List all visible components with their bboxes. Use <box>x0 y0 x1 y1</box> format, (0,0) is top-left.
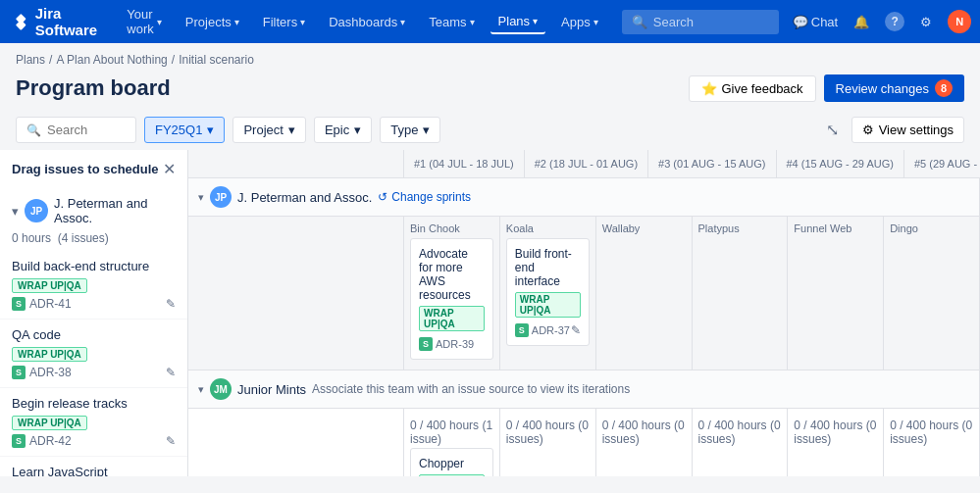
page-header: Program board ⭐ Give feedback Review cha… <box>0 71 980 110</box>
breadcrumb-plan[interactable]: A Plan About Nothing <box>56 53 167 67</box>
edit-icon[interactable]: ✎ <box>166 297 176 311</box>
settings-button[interactable]: ⚙ <box>914 11 938 33</box>
team-name: Junior Mints <box>237 382 306 397</box>
left-panel: Drag issues to schedule ✕ ▾ JP J. Peterm… <box>0 150 188 476</box>
issue-title: Build back-end structure <box>12 259 176 273</box>
nav-plans[interactable]: Plans ▾ <box>490 10 546 34</box>
story-icon: S <box>12 434 26 448</box>
nav-teams[interactable]: Teams ▾ <box>421 11 482 33</box>
board-cell: 0 / 400 hours (0 issues) <box>693 409 789 476</box>
nav-projects[interactable]: Projects ▾ <box>178 11 247 33</box>
team-content-peterman: Bin Chook Advocate for more AWS resource… <box>188 217 980 370</box>
board-cell: Funnel Web <box>788 217 884 370</box>
app-logo[interactable]: Jira Software <box>12 5 103 38</box>
board-header-col-5: #5 (29 AUG - 12 SEP) <box>904 150 980 177</box>
toolbar-search-input[interactable] <box>47 123 126 137</box>
team-avatar: JP <box>210 186 232 208</box>
chat-button[interactable]: 💬 Chat <box>787 11 844 33</box>
feedback-button[interactable]: ⭐ Give feedback <box>689 75 816 102</box>
team-header-cell: ▾ JP J. Peterman and Assoc. ↺ Change spr… <box>188 178 980 216</box>
edit-icon[interactable]: ✎ <box>166 434 176 448</box>
toolbar-search[interactable]: 🔍 <box>16 117 136 143</box>
team-header-peterman: ▾ JP J. Peterman and Assoc. ↺ Change spr… <box>188 178 980 217</box>
issue-id: S ADR-42 <box>12 434 72 448</box>
notifications-button[interactable]: 🔔 <box>848 11 875 33</box>
issue-tile-row: S ADR-39 <box>419 337 485 351</box>
issue-id: S ADR-37 <box>515 323 570 337</box>
board-cell: 0 / 400 hours (1 issue) Chopper WRAP UP|… <box>404 409 500 476</box>
team-action-label: Associate this team with an issue source… <box>312 382 630 396</box>
jira-logo-icon <box>12 10 29 33</box>
chevron-down-icon: ▾ <box>157 17 162 27</box>
team-header-cell: ▾ JM Junior Mints Associate this team wi… <box>188 370 980 408</box>
view-settings-button[interactable]: ⚙ View settings <box>851 117 964 143</box>
board-cell: Wallaby <box>596 217 693 370</box>
hours-text: 0 / 400 hours (0 issues) <box>698 415 782 448</box>
chevron-down-icon: ▾ <box>423 123 430 137</box>
board-name-col <box>188 217 404 370</box>
bell-icon: 🔔 <box>853 15 869 29</box>
issue-card: Begin release tracks WRAP UP|QA S ADR-42… <box>0 388 187 457</box>
board-cell: Koala Build front-end interface WRAP UP|… <box>500 217 596 370</box>
avatar-button[interactable]: N <box>942 6 977 37</box>
breadcrumb-plans[interactable]: Plans <box>16 53 45 67</box>
story-icon: S <box>515 323 529 337</box>
wrap-badge: WRAP UP|QA <box>12 347 87 362</box>
collapse-arrow[interactable]: ▾ <box>198 191 204 204</box>
issue-title: QA code <box>12 327 176 342</box>
chevron-down-icon: ▾ <box>207 123 214 137</box>
edit-icon[interactable]: ✎ <box>571 323 581 337</box>
board-cell: 0 / 400 hours (0 issues) <box>500 409 596 476</box>
main-layout: Drag issues to schedule ✕ ▾ JP J. Peterm… <box>0 150 980 476</box>
nav-filters[interactable]: Filters ▾ <box>255 11 313 33</box>
user-avatar: N <box>948 10 971 33</box>
sub-team-label: Bin Chook <box>410 222 493 234</box>
team-hours: 0 hours (4 issues) <box>0 229 187 251</box>
board-cell: 0 / 400 hours (0 issues) <box>596 409 693 476</box>
collapse-arrow[interactable]: ▾ <box>198 383 204 396</box>
nav-right-actions: 💬 Chat 🔔 ? ⚙ N ⋮⋮ Create <box>787 6 980 37</box>
board-cell: Bin Chook Advocate for more AWS resource… <box>404 217 500 370</box>
collapse-button[interactable]: ▾ <box>12 204 19 219</box>
breadcrumb-scenario[interactable]: Initial scenario <box>179 53 254 67</box>
board-header-name-col <box>188 150 404 177</box>
global-search[interactable]: 🔍 <box>622 10 779 34</box>
nav-dashboards[interactable]: Dashboards ▾ <box>321 11 413 33</box>
hours-text: 0 / 400 hours (0 issues) <box>602 415 686 448</box>
epic-filter[interactable]: Epic ▾ <box>314 117 372 143</box>
edit-icon[interactable]: ✎ <box>166 366 176 379</box>
expand-button[interactable]: ⤡ <box>821 116 844 144</box>
issue-id-row: S ADR-41 ✎ <box>12 297 176 311</box>
issue-tile: Advocate for more AWS resources WRAP UP|… <box>410 238 493 360</box>
left-panel-header: Drag issues to schedule ✕ <box>0 150 187 188</box>
search-input[interactable] <box>653 15 771 29</box>
project-filter[interactable]: Project ▾ <box>232 117 305 143</box>
hours-text: 0 / 400 hours (1 issue) <box>410 415 493 448</box>
expand-icon: ⤡ <box>826 122 839 138</box>
type-filter[interactable]: Type ▾ <box>380 117 440 143</box>
issue-id-row: S ADR-42 ✎ <box>12 434 176 448</box>
nav-your-work[interactable]: Your work ▾ <box>119 3 169 40</box>
breadcrumb: Plans / A Plan About Nothing / Initial s… <box>0 43 980 71</box>
left-panel-close-button[interactable]: ✕ <box>163 160 176 178</box>
review-button[interactable]: Review changes 8 <box>824 74 964 102</box>
help-button[interactable]: ? <box>879 8 910 35</box>
nav-apps[interactable]: Apps ▾ <box>553 11 606 33</box>
chevron-down-icon: ▾ <box>400 17 405 27</box>
team-row-junior-mints: ▾ JM Junior Mints Associate this team wi… <box>188 370 980 476</box>
issue-card: QA code WRAP UP|QA S ADR-38 ✎ <box>0 320 187 388</box>
board-cell: 0 / 400 hours (0 issues) <box>884 409 980 476</box>
story-icon: S <box>12 366 26 379</box>
sub-team-label: Koala <box>506 222 590 234</box>
left-panel-title: Drag issues to schedule <box>12 162 159 176</box>
help-icon: ? <box>885 12 904 31</box>
period-selector[interactable]: FY25Q1 ▾ <box>144 117 225 143</box>
hours-text: 0 / 400 hours (0 issues) <box>794 415 877 448</box>
page-title: Program board <box>16 75 171 101</box>
chevron-down-icon: ▾ <box>288 123 295 137</box>
board-header-col-2: #2 (18 JUL - 01 AUG) <box>525 150 648 177</box>
toolbar: 🔍 FY25Q1 ▾ Project ▾ Epic ▾ Type ▾ ⤡ ⚙ V… <box>0 110 980 150</box>
change-sprints-button[interactable]: ↺ Change sprints <box>378 190 471 204</box>
hours-label-col <box>188 409 404 476</box>
app-name: Jira Software <box>35 5 104 38</box>
